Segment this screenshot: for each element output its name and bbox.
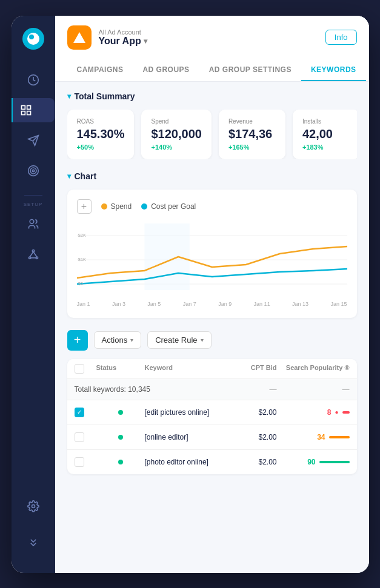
x-label-jan7: Jan 7 xyxy=(183,301,196,307)
row1-keyword: [edit pictures online] xyxy=(145,408,222,417)
svg-point-10 xyxy=(30,219,34,223)
sidebar-icon-expand[interactable] xyxy=(21,530,45,555)
chart-legend: Spend Cost per Goal xyxy=(101,202,196,211)
row3-status xyxy=(96,460,145,464)
svg-line-14 xyxy=(30,251,33,256)
sidebar-divider xyxy=(24,195,42,196)
tab-ad-group-settings[interactable]: AD GROUP SETTINGS xyxy=(199,59,301,81)
sidebar-icon-campaigns[interactable] xyxy=(12,98,55,122)
svg-point-17 xyxy=(32,504,35,507)
sidebar-icon-targeting[interactable] xyxy=(21,159,45,183)
row1-status-dot xyxy=(118,410,123,415)
svg-rect-2 xyxy=(27,105,31,109)
create-rule-label: Create Rule xyxy=(155,335,197,345)
row3-bid: $2.00 xyxy=(222,458,277,466)
table-row: [online editor] $2.00 34 xyxy=(67,425,357,450)
header-top: All Ad Account Your App ▾ Info xyxy=(67,25,357,50)
th-checkbox xyxy=(75,364,96,374)
actions-bar: + Actions ▾ Create Rule ▾ xyxy=(67,330,357,351)
chart-title: Chart xyxy=(75,171,97,181)
select-all-checkbox[interactable] xyxy=(75,364,84,374)
legend-cost-per-goal: Cost per Goal xyxy=(141,202,196,211)
row1-pop-number: 8 xyxy=(319,408,331,417)
table-row: [photo editor online] $2.00 90 xyxy=(67,450,357,474)
row2-status-dot xyxy=(118,435,123,440)
row1-bid: $2.00 xyxy=(222,408,277,417)
card-roas-label: ROAS xyxy=(77,118,125,125)
svg-text:$1K: $1K xyxy=(78,256,86,262)
nav-tabs: CAMPAIGNS AD GROUPS AD GROUP SETTINGS KE… xyxy=(67,59,357,81)
x-label-jan15: Jan 15 xyxy=(330,301,347,307)
svg-point-9 xyxy=(32,170,34,171)
summary-cards: ROAS 145.30% +50% Spend $120,000 +140% R… xyxy=(67,110,357,159)
row1-checkbox[interactable] xyxy=(75,408,84,417)
actions-chevron-icon: ▾ xyxy=(130,337,133,343)
card-spend-change: +140% xyxy=(151,144,201,151)
row3-status-dot xyxy=(118,460,123,464)
actions-label: Actions xyxy=(102,335,128,345)
x-label-jan5: Jan 5 xyxy=(147,301,161,307)
legend-spend-label: Spend xyxy=(111,202,132,211)
x-label-jan9: Jan 9 xyxy=(218,301,232,307)
sidebar-icon-dashboard[interactable] xyxy=(21,68,45,92)
tab-search[interactable]: SEARCH xyxy=(366,59,369,81)
row1-checkbox-cell xyxy=(75,408,96,417)
svg-text:$2K: $2K xyxy=(78,232,86,237)
svg-rect-3 xyxy=(27,111,31,114)
summary-chevron-icon: ▾ xyxy=(67,92,71,101)
total-bid-dash: — xyxy=(222,385,277,394)
card-installs: Installs 42,00 +183% xyxy=(293,110,357,159)
legend-cost-dot xyxy=(141,203,147,210)
svg-rect-21 xyxy=(144,223,189,290)
sidebar-icon-network[interactable] xyxy=(21,242,45,266)
app-info: All Ad Account Your App ▾ xyxy=(99,28,318,47)
tab-campaigns[interactable]: CAMPAIGNS xyxy=(67,59,133,81)
row2-checkbox-cell xyxy=(75,432,96,442)
row3-pop-bar xyxy=(319,461,350,463)
card-spend-label: Spend xyxy=(151,118,201,125)
card-spend: Spend $120,000 +140% xyxy=(141,110,211,159)
main-content: All Ad Account Your App ▾ Info CAMPAIGNS… xyxy=(55,16,369,573)
row3-checkbox[interactable] xyxy=(75,457,84,467)
info-button[interactable]: Info xyxy=(325,30,357,45)
sidebar-bottom xyxy=(21,494,45,561)
svg-point-11 xyxy=(32,249,34,251)
row3-pop-number: 90 xyxy=(304,458,316,466)
x-label-jan3: Jan 3 xyxy=(112,301,125,307)
content-area: ▾ Total Summary ROAS 145.30% +50% Spend … xyxy=(55,82,369,484)
legend-spend: Spend xyxy=(101,202,132,211)
app-name-chevron: ▾ xyxy=(144,37,147,45)
chart-section-header: ▾ Chart xyxy=(67,171,357,181)
add-keyword-button[interactable]: + xyxy=(67,330,88,351)
total-keywords-label: Totall keywords: 10,345 xyxy=(75,385,222,394)
sidebar-icon-send[interactable] xyxy=(21,128,45,153)
create-rule-dropdown[interactable]: Create Rule ▾ xyxy=(147,331,211,349)
actions-dropdown[interactable]: Actions ▾ xyxy=(94,331,142,349)
tab-ad-groups[interactable]: AD GROUPS xyxy=(133,59,199,81)
summary-section-header: ▾ Total Summary xyxy=(67,91,357,101)
x-label-jan13: Jan 13 xyxy=(292,301,308,307)
chart-x-labels: Jan 1 Jan 3 Jan 5 Jan 7 Jan 9 Jan 11 Jan… xyxy=(77,301,347,307)
sidebar: SETUP xyxy=(12,16,55,573)
sidebar-icon-settings[interactable] xyxy=(21,494,45,518)
card-revenue-label: Revenue xyxy=(228,118,276,125)
setup-label: SETUP xyxy=(24,202,43,207)
account-label: All Ad Account xyxy=(99,28,318,36)
card-installs-value: 42,00 xyxy=(302,127,350,141)
card-installs-change: +183% xyxy=(302,144,350,151)
chart-header: + Spend Cost per Goal xyxy=(77,199,347,214)
row1-pop-bar xyxy=(342,411,350,414)
row1-popularity: 8 ● xyxy=(277,408,350,417)
keywords-table: Status Keyword CPT Bid Search Popularity… xyxy=(67,359,357,474)
row2-checkbox[interactable] xyxy=(75,432,84,442)
th-status: Status xyxy=(96,364,145,374)
tab-keywords[interactable]: KEYWORDS xyxy=(301,59,366,81)
app-name-title[interactable]: Your App ▾ xyxy=(99,36,318,47)
card-spend-value: $120,000 xyxy=(151,127,201,141)
svg-rect-1 xyxy=(22,105,25,109)
card-revenue-change: +165% xyxy=(228,144,276,151)
chart-add-button[interactable]: + xyxy=(77,199,92,214)
row1-status xyxy=(96,410,145,415)
sidebar-icon-users[interactable] xyxy=(21,212,45,236)
x-label-jan1: Jan 1 xyxy=(77,301,90,307)
